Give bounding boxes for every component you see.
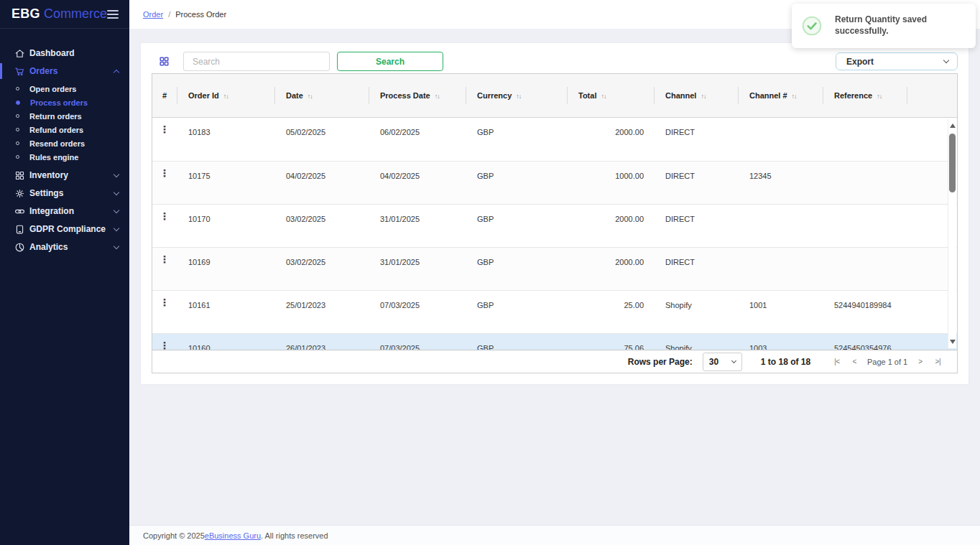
cell-process_date: 06/02/2025 [369,118,466,161]
cell-channel_number: 12345 [738,161,823,204]
sidebar-item-gdpr-compliance[interactable]: GDPR Compliance [0,220,129,238]
table-scrollbar[interactable] [948,119,956,348]
cell-channel_number [738,204,823,247]
last-page-button[interactable]: >| [929,358,947,365]
footer-text-after: . All rights reserved [261,531,328,540]
scroll-up-icon[interactable] [950,124,956,128]
chevron-down-icon [114,189,119,195]
sidebar-item-label: Analytics [29,242,114,252]
sort-arrows-icon[interactable]: ↑↓ [516,93,521,100]
breadcrumb-current: Process Order [175,10,226,19]
orders-panel: Search Export #Order Id↑↓Date↑↓Process D… [141,43,969,384]
column-header-currency[interactable]: Currency↑↓ [466,74,567,117]
table-row[interactable]: ⋮1016026/01/202307/03/2025GBP75.06Shopif… [152,333,957,350]
footer-text-before: Copyright © 2025 [143,531,205,540]
rows-per-page-select[interactable]: 30 [703,353,742,371]
grid-view-icon[interactable] [159,56,170,67]
sort-arrows-icon[interactable]: ↑↓ [308,93,313,100]
sidebar-item-open-orders[interactable]: Open orders [0,82,129,96]
pagination-bar: Rows per Page: 30 1 to 18 of 18 |< < Pag… [152,350,957,373]
sort-arrows-icon[interactable]: ↑↓ [792,93,797,100]
row-menu-icon[interactable]: ⋮ [160,297,170,308]
row-menu-icon[interactable]: ⋮ [160,167,170,179]
scroll-down-icon[interactable] [950,340,956,344]
column-header-date[interactable]: Date↑↓ [274,74,369,117]
row-menu-icon[interactable]: ⋮ [160,253,170,265]
cell-currency: GBP [466,118,567,161]
export-dropdown[interactable]: Export [836,52,958,70]
sidebar-item-label: Return orders [29,112,82,121]
sidebar-item-resend-orders[interactable]: Resend orders [0,136,129,150]
chevron-down-icon [114,207,119,213]
sidebar-item-analytics[interactable]: Analytics [0,238,129,256]
sidebar-item-label: Rules engine [29,153,78,162]
table-row[interactable]: ⋮1018305/02/202506/02/2025GBP2000.00DIRE… [152,118,957,161]
cell-process_date: 07/03/2025 [369,333,466,350]
sidebar-item-integration[interactable]: Integration [0,202,129,220]
cell-channel: DIRECT [654,247,738,290]
scrollbar-thumb[interactable] [949,134,956,192]
chevron-down-icon [114,225,119,230]
export-label: Export [846,57,874,67]
previous-page-button[interactable]: < [846,358,863,365]
chevron-down-icon [943,57,949,63]
column-header-process-date[interactable]: Process Date↑↓ [369,74,466,117]
cart-icon [14,66,25,77]
sidebar-item-orders[interactable]: Orders [0,62,129,80]
main-area: Order / Process Order Search Export [129,0,980,545]
next-page-button[interactable]: > [912,358,928,365]
cell-currency: GBP [466,204,567,247]
column-header-total[interactable]: Total↑↓ [567,74,654,117]
column-header-reference[interactable]: Reference↑↓ [823,74,907,117]
logo: EBG Commerce [0,0,129,29]
sort-arrows-icon[interactable]: ↑↓ [435,93,440,100]
rows-per-page-label: Rows per Page: [628,357,693,367]
sort-arrows-icon[interactable]: ↑↓ [223,93,228,100]
toast-notification: Return Quantity saved successfully. [792,4,976,48]
cell-currency: GBP [466,247,567,290]
sidebar-item-rules-engine[interactable]: Rules engine [0,150,129,164]
table-row[interactable]: ⋮1017003/02/202531/01/2025GBP2000.00DIRE… [152,204,957,247]
menu-toggle-icon[interactable] [107,10,119,19]
cell-menu: ⋮ [152,290,177,333]
cell-currency: GBP [466,290,567,333]
cell-menu: ⋮ [152,161,177,204]
sort-arrows-icon[interactable]: ↑↓ [601,93,606,100]
sort-arrows-icon[interactable]: ↑↓ [877,93,882,100]
chevron-down-icon [114,243,119,248]
row-menu-icon[interactable]: ⋮ [160,340,170,350]
column-header-order-id[interactable]: Order Id↑↓ [177,74,274,117]
breadcrumb-link-order[interactable]: Order [143,10,163,19]
sidebar-item-dashboard[interactable]: Dashboard [0,45,129,62]
footer-link[interactable]: eBusiness Guru [205,531,261,540]
cell-date: 03/02/2025 [274,204,369,247]
row-menu-icon[interactable]: ⋮ [160,210,170,222]
orders-table-body: ⋮1018305/02/202506/02/2025GBP2000.00DIRE… [152,118,957,350]
pie-icon [14,242,25,253]
cell-channel_number: 1003 [738,333,823,350]
sidebar-item-label: GDPR Compliance [29,224,114,234]
sidebar-item-process-orders[interactable]: Process orders [0,96,129,109]
first-page-button[interactable]: |< [828,358,846,365]
search-input[interactable] [183,52,330,71]
cell-channel_number: 1001 [738,290,823,333]
sidebar-item-settings[interactable]: Settings [0,185,129,202]
grid-icon [14,170,25,181]
table-row[interactable]: ⋮1017504/02/202504/02/2025GBP1000.00DIRE… [152,161,957,204]
cell-process_date: 31/01/2025 [369,247,466,290]
sidebar-item-inventory[interactable]: Inventory [0,167,129,184]
sort-arrows-icon[interactable]: ↑↓ [701,93,706,100]
table-row[interactable]: ⋮1016903/02/202531/01/2025GBP2000.00DIRE… [152,247,957,290]
table-row[interactable]: ⋮1016125/01/202307/03/2025GBP25.00Shopif… [152,290,957,333]
cell-reference [823,161,907,204]
column-header-channel[interactable]: Channel #↑↓ [738,74,823,117]
sidebar-item-return-orders[interactable]: Return orders [0,109,129,123]
search-button[interactable]: Search [337,52,443,71]
page-indicator: Page 1 of 1 [867,358,907,366]
row-menu-icon[interactable]: ⋮ [160,124,170,135]
sidebar-item-refund-orders[interactable]: Refund orders [0,123,129,136]
orders-table: #Order Id↑↓Date↑↓Process Date↑↓Currency↑… [152,73,958,373]
link-icon [14,206,25,217]
cell-order_id: 10183 [177,118,274,161]
column-header-channel[interactable]: Channel↑↓ [654,74,738,117]
